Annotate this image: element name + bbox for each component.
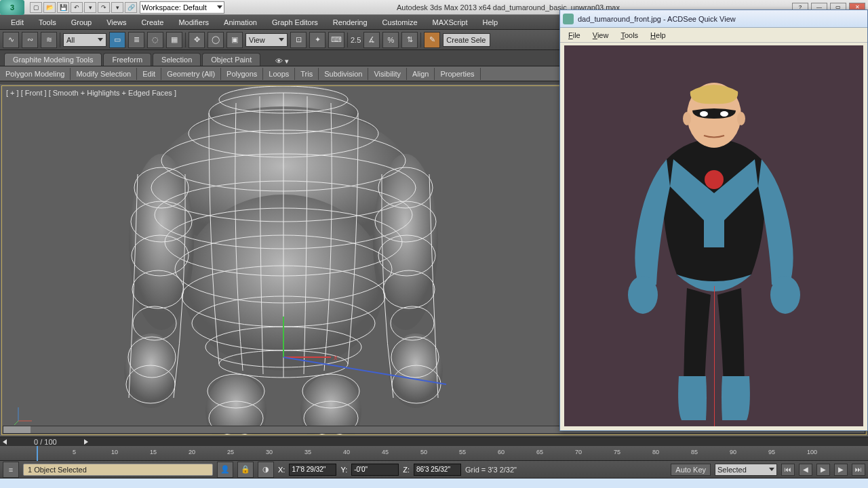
svg-point-50 (700, 111, 708, 117)
new-icon[interactable]: ▢ (30, 2, 42, 13)
ribbon-btn-tris[interactable]: Tris (295, 68, 319, 80)
undo-drop-icon[interactable]: ▾ (84, 2, 96, 13)
time-marker[interactable] (37, 446, 38, 461)
selection-lock-icon[interactable]: 🔒 (237, 462, 254, 478)
ribbon-btn-polygon-modeling[interactable]: Polygon Modeling (0, 68, 71, 80)
tick-5: 5 (73, 449, 76, 455)
tick-30: 30 (266, 449, 273, 455)
select-region-icon[interactable]: ◌ (147, 32, 163, 48)
ribbon-btn-loops[interactable]: Loops (263, 68, 295, 80)
isolate-icon[interactable]: ◑ (258, 462, 274, 478)
acdsee-title: dad_tumaround_front.jpg - ACDSee Quick V… (578, 15, 736, 23)
named-selection[interactable]: Create Sele (443, 33, 490, 47)
ribbon-btn-modify-selection[interactable]: Modify Selection (71, 68, 137, 80)
ribbon-btn-subdivision[interactable]: Subdivision (319, 68, 368, 80)
menu-maxscript[interactable]: MAXScript (426, 17, 475, 28)
acd-menu-help[interactable]: Help (645, 30, 671, 41)
acdsee-window[interactable]: dad_tumaround_front.jpg - ACDSee Quick V… (559, 9, 868, 431)
y-coord-input[interactable]: -0'0" (351, 464, 399, 476)
reference-image (592, 51, 836, 426)
ribbon-btn-properties[interactable]: Properties (435, 68, 480, 80)
tick-80: 80 (652, 449, 659, 455)
lock-icon[interactable]: 👤 (217, 462, 233, 478)
acd-menu-file[interactable]: File (563, 30, 586, 41)
ribbon-btn-geometry--all-[interactable]: Geometry (All) (161, 68, 221, 80)
workspace-select[interactable]: Workspace: Default (140, 1, 224, 14)
acdsee-image-view[interactable] (564, 45, 863, 426)
svg-text:x: x (334, 353, 338, 361)
select-name-icon[interactable]: ≣ (128, 32, 144, 48)
spinner-snap-icon[interactable]: ⇅ (401, 32, 418, 48)
scale-tool-icon[interactable]: ▣ (226, 32, 243, 48)
link-icon[interactable]: 🔗 (125, 2, 137, 13)
time-ruler[interactable]: 5101520253035404550556065707580859095100 (0, 446, 868, 461)
undo-icon[interactable]: ↶ (71, 2, 83, 13)
ribbon-btn-align[interactable]: Align (407, 68, 435, 80)
refsys-value: View (249, 36, 265, 44)
acd-menu-view[interactable]: View (587, 30, 614, 41)
ribbon-btn-visibility[interactable]: Visibility (368, 68, 407, 80)
ribbon-tab-object-paint[interactable]: Object Paint (202, 53, 260, 66)
menu-edit[interactable]: Edit (4, 17, 31, 28)
menu-views[interactable]: Views (100, 17, 133, 28)
manip-icon[interactable]: ✦ (309, 32, 326, 48)
move-tool-icon[interactable]: ✥ (189, 32, 205, 48)
bind-icon[interactable]: ≋ (41, 32, 57, 48)
menu-group[interactable]: Group (64, 17, 99, 28)
snap-value: 2.5 (351, 36, 361, 44)
time-prev-icon[interactable] (3, 439, 7, 445)
mesh-object[interactable]: x (100, 86, 467, 435)
play-icon[interactable]: ▶ (816, 464, 830, 476)
menu-tools[interactable]: Tools (32, 17, 63, 28)
goto-end-icon[interactable]: ⏭ (852, 464, 865, 476)
menu-modifiers[interactable]: Modifiers (172, 17, 216, 28)
selection-filter[interactable]: All (63, 33, 106, 47)
menu-customize[interactable]: Customize (376, 17, 425, 28)
ribbon-show-icon[interactable]: 👁 ▾ (275, 57, 289, 66)
menu-graph-editors[interactable]: Graph Editors (265, 17, 325, 28)
keyboard-icon[interactable]: ⌨ (328, 32, 344, 48)
open-icon[interactable]: 📂 (43, 2, 56, 13)
redo-drop-icon[interactable]: ▾ (111, 2, 123, 13)
tick-75: 75 (614, 449, 620, 455)
redo-icon[interactable]: ↷ (98, 2, 110, 13)
snap-angle-icon[interactable]: ∡ (363, 32, 380, 48)
tick-10: 10 (111, 449, 118, 455)
ribbon-btn-polygons[interactable]: Polygons (221, 68, 263, 80)
app-logo-icon[interactable]: 3 (0, 0, 24, 15)
menu-help[interactable]: Help (476, 17, 505, 28)
acdsee-titlebar[interactable]: dad_tumaround_front.jpg - ACDSee Quick V… (560, 10, 867, 28)
tick-35: 35 (304, 449, 311, 455)
goto-start-icon[interactable]: ⏮ (781, 464, 795, 476)
unlink-tool-icon[interactable]: ∾ (22, 32, 38, 48)
prev-frame-icon[interactable]: ◀ (799, 464, 812, 476)
time-next-icon[interactable] (84, 439, 88, 445)
menu-rendering[interactable]: Rendering (326, 17, 374, 28)
autokey-button[interactable]: Auto Key (671, 464, 711, 476)
tick-70: 70 (575, 449, 582, 455)
next-frame-icon[interactable]: ▶ (834, 464, 848, 476)
ribbon-btn-edit[interactable]: Edit (137, 68, 161, 80)
menu-create[interactable]: Create (134, 17, 170, 28)
acd-menu-tools[interactable]: Tools (615, 30, 644, 41)
key-filter-select[interactable]: Selected (715, 464, 777, 476)
pivot-icon[interactable]: ⊡ (290, 32, 307, 48)
filter-value: All (66, 36, 75, 44)
ribbon-tab-freeform[interactable]: Freeform (103, 53, 151, 66)
time-slider[interactable]: 0 / 100 (0, 436, 868, 446)
link-tool-icon[interactable]: ∿ (3, 32, 19, 48)
x-coord-input[interactable]: 17'8 29/32" (289, 464, 336, 476)
ribbon-tab-selection[interactable]: Selection (153, 53, 201, 66)
rotate-tool-icon[interactable]: ◯ (208, 32, 224, 48)
script-listener-icon[interactable]: ≡ (3, 462, 19, 478)
ref-coord-select[interactable]: View (245, 33, 288, 47)
snap-percent-icon[interactable]: % (382, 32, 399, 48)
z-coord-input[interactable]: 86'3 25/32" (414, 464, 461, 476)
save-icon[interactable]: 💾 (57, 2, 69, 13)
menu-animation[interactable]: Animation (217, 17, 264, 28)
window-crossing-icon[interactable]: ▦ (166, 32, 182, 48)
select-tool-icon[interactable]: ▭ (109, 32, 125, 48)
ribbon-tab-graphite-modeling-tools[interactable]: Graphite Modeling Tools (4, 53, 102, 66)
edit-selection-icon[interactable]: ✎ (424, 32, 440, 48)
svg-point-53 (737, 112, 745, 125)
